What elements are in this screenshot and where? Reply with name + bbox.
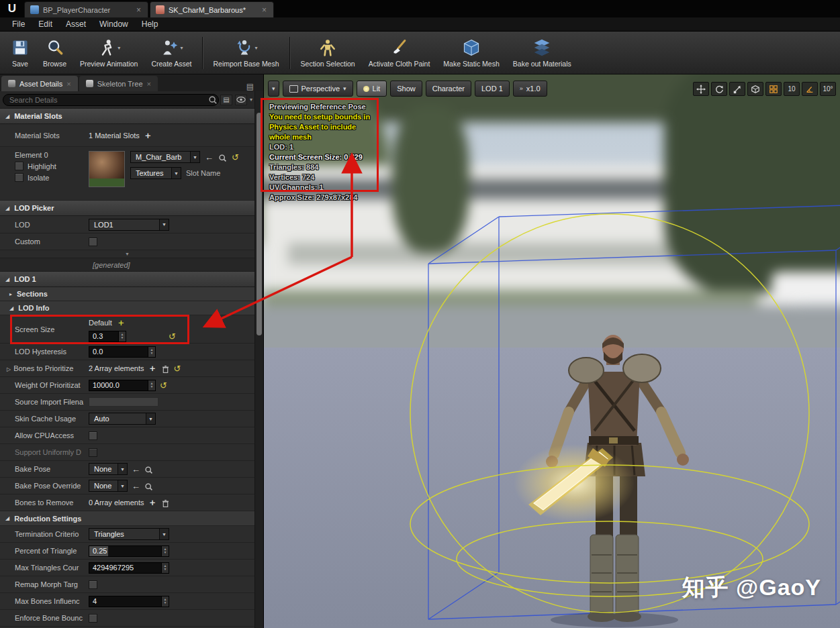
enforce-bone-boundaries-checkbox[interactable] [89, 614, 97, 623]
browse-button[interactable]: Browse [36, 34, 73, 72]
browse-to-asset-icon[interactable] [144, 482, 153, 490]
add-material-slot-icon[interactable]: ＋ [144, 129, 152, 142]
reset-to-default-icon[interactable]: ↺ [232, 152, 239, 162]
screen-size-input[interactable]: 0.3 ▲▼ [89, 331, 126, 342]
lit-mode-button[interactable]: Lit [357, 81, 387, 97]
category-lod-picker[interactable]: ◢ LOD Picker [0, 201, 254, 216]
panel-menu-icon[interactable]: ▤ [246, 82, 254, 91]
termination-criterion-select[interactable]: Triangles ▼ [89, 528, 169, 540]
bake-pose-select[interactable]: None ▼ [89, 463, 128, 475]
reset-to-default-icon[interactable]: ↺ [169, 331, 176, 342]
spinner[interactable]: ▲▼ [161, 596, 169, 607]
browse-to-asset-icon[interactable] [218, 153, 227, 162]
category-material-slots[interactable]: ◢ Material Slots [0, 109, 254, 124]
spinner[interactable]: ▲▼ [148, 347, 155, 357]
remap-morph-targets-checkbox[interactable] [89, 580, 97, 589]
chevron-down-icon[interactable]: ▾ [118, 45, 120, 51]
add-element-icon[interactable]: ＋ [148, 362, 157, 374]
max-triangles-count-input[interactable]: 4294967295 ▲▼ [89, 562, 169, 574]
tab-bp-playercharacter[interactable]: BP_PlayerCharacter × [24, 1, 148, 17]
tab-skeleton-tree[interactable]: Skeleton Tree × [79, 76, 158, 91]
close-icon[interactable]: × [147, 80, 151, 88]
use-selected-asset-icon[interactable]: ← [205, 152, 214, 162]
spinner[interactable]: ▲▼ [161, 563, 169, 573]
weight-of-prioritization-input[interactable]: 10000.0 ▲▼ [89, 380, 156, 391]
chevron-down-icon[interactable]: ▾ [255, 45, 258, 51]
menu-file[interactable]: File [5, 17, 32, 31]
menu-help[interactable]: Help [135, 17, 165, 31]
percent-of-triangles-input[interactable]: 0.25 ▲▼ [89, 545, 169, 557]
spinner[interactable]: ▲▼ [161, 546, 169, 556]
trash-icon[interactable] [161, 364, 170, 373]
material-thumbnail[interactable] [89, 151, 125, 187]
rotate-tool-button[interactable] [711, 82, 727, 96]
add-element-icon[interactable]: ＋ [148, 496, 157, 509]
subcategory-sections[interactable]: ▸ Sections [0, 287, 254, 301]
tab-asset-details[interactable]: Asset Details × [1, 76, 78, 91]
lod-select[interactable]: LOD1 ▼ [89, 219, 169, 231]
tab-sk-charm-barbarous[interactable]: SK_CharM_Barbarous* × [150, 1, 274, 17]
max-bones-influence-input[interactable]: 4 ▲▼ [89, 596, 169, 607]
menu-asset[interactable]: Asset [59, 17, 93, 31]
eye-icon[interactable] [235, 95, 247, 105]
bake-out-materials-button[interactable]: Bake out Materials [506, 34, 578, 72]
character-button[interactable]: Character [426, 81, 471, 97]
close-icon[interactable]: × [261, 5, 268, 15]
coordinate-space-button[interactable] [747, 82, 763, 96]
save-button[interactable]: Save [4, 34, 36, 72]
viewport-options-button[interactable]: ▾ [268, 81, 279, 97]
chevron-down-icon[interactable]: ▾ [180, 45, 183, 51]
section-selection-button[interactable]: Section Selection [294, 34, 362, 72]
custom-checkbox[interactable] [89, 238, 97, 246]
category-lod-1[interactable]: ◢ LOD 1 [0, 272, 254, 287]
close-icon[interactable]: × [135, 5, 142, 15]
highlight-checkbox[interactable] [15, 162, 24, 170]
lod-button[interactable]: LOD 1 [475, 81, 510, 97]
use-selected-asset-icon[interactable]: ← [132, 481, 140, 491]
grid-snap-toggle[interactable] [765, 82, 782, 96]
material-select[interactable]: M_Char_Barb ▼ [130, 151, 200, 163]
scale-tool-button[interactable] [729, 82, 745, 96]
menu-window[interactable]: Window [93, 17, 135, 31]
expander-icon[interactable]: ▷ [7, 366, 11, 372]
grid-snap-value[interactable]: 10 [784, 82, 800, 96]
expander-strip[interactable]: ▼ [0, 250, 254, 258]
trash-icon[interactable] [161, 499, 170, 507]
reset-to-default-icon[interactable]: ↺ [160, 380, 167, 390]
source-import-filename-field[interactable] [89, 397, 158, 407]
perspective-button[interactable]: Perspective ▾ [283, 81, 353, 97]
bake-pose-override-select[interactable]: None ▼ [89, 480, 128, 492]
skin-cache-usage-select[interactable]: Auto ▼ [89, 413, 156, 425]
playback-speed-button[interactable]: » x1.0 [513, 81, 547, 97]
viewport[interactable]: ▾ Perspective ▾ Lit Show Character LOD 1… [264, 74, 840, 628]
search-input[interactable] [3, 94, 219, 106]
rotation-snap-value[interactable]: 10° [820, 82, 836, 96]
activate-cloth-paint-button[interactable]: Activate Cloth Paint [362, 34, 437, 72]
panel-scrollbar[interactable] [254, 91, 263, 628]
show-button[interactable]: Show [390, 81, 422, 97]
add-screen-size-icon[interactable]: ＋ [117, 317, 126, 329]
close-icon[interactable]: × [66, 80, 71, 88]
isolate-checkbox[interactable] [15, 173, 24, 182]
spinner[interactable]: ▲▼ [118, 331, 126, 342]
browse-to-asset-icon[interactable] [144, 465, 153, 474]
preview-animation-button[interactable]: ▾ Preview Animation [73, 34, 144, 72]
subcategory-lod-info[interactable]: ◢ LOD Info [0, 301, 254, 315]
make-static-mesh-button[interactable]: Make Static Mesh [436, 34, 506, 72]
view-options-icon[interactable]: ▤ [220, 95, 232, 105]
reset-to-default-icon[interactable]: ↺ [174, 364, 181, 374]
menu-edit[interactable]: Edit [32, 17, 59, 31]
chevron-down-icon[interactable]: ▾ [250, 97, 252, 103]
property-label: Termination Criterio [0, 530, 89, 538]
textures-dropdown[interactable]: Textures ▼ [130, 167, 181, 179]
reimport-base-mesh-button[interactable]: ▾ Reimport Base Mesh [207, 34, 286, 72]
create-asset-button[interactable]: ▾ Create Asset [144, 34, 198, 72]
subcategory-reduction-settings[interactable]: ◢ Reduction Settings [0, 511, 254, 526]
spinner[interactable]: ▲▼ [148, 380, 155, 390]
move-tool-button[interactable] [693, 82, 709, 96]
allow-cpuaccess-checkbox[interactable] [89, 431, 97, 440]
use-selected-asset-icon[interactable]: ← [132, 464, 140, 474]
rotation-snap-toggle[interactable] [802, 82, 818, 96]
scrollbar-thumb[interactable] [256, 113, 262, 335]
lod-hysteresis-input[interactable]: 0.0 ▲▼ [89, 346, 156, 358]
